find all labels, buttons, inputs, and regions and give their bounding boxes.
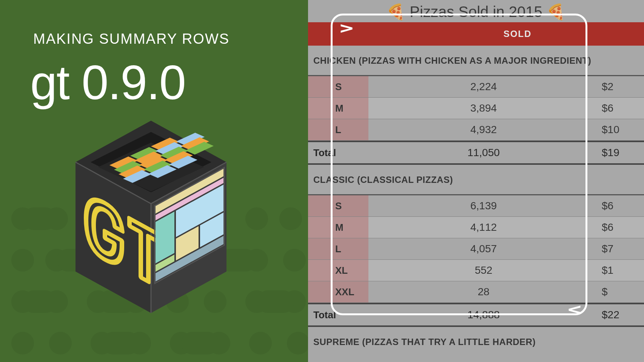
- sold-cell: 4,932: [368, 124, 599, 136]
- svg-point-32: [49, 332, 72, 354]
- size-cell: XL: [308, 260, 368, 281]
- size-cell: S: [308, 195, 368, 216]
- income-cell: $10: [599, 124, 644, 136]
- sold-cell: 4,112: [368, 221, 599, 233]
- table-row: S2,224$2: [308, 76, 644, 98]
- col-header-sold: SOLD: [308, 29, 644, 39]
- svg-point-9: [279, 207, 302, 230]
- size-cell: M: [308, 217, 368, 238]
- svg-point-31: [11, 332, 34, 354]
- sold-cell: 28: [368, 286, 599, 298]
- size-cell: L: [308, 238, 368, 259]
- group-label: CHICKEN (PIZZAS WITH CHICKEN AS A MAJOR …: [308, 46, 644, 76]
- table-row: M4,112$6: [308, 217, 644, 238]
- table-row: L4,057$7: [308, 238, 644, 260]
- total-row: Total11,050$19: [308, 141, 644, 165]
- table-row: M3,894$6: [308, 98, 644, 119]
- svg-rect-2: [23, 207, 57, 230]
- total-row: Total14,888$22: [308, 303, 644, 327]
- total-income: $22: [599, 309, 644, 321]
- svg-point-39: [249, 332, 272, 354]
- sold-cell: 3,894: [368, 102, 599, 114]
- table-row: S6,139$6: [308, 195, 644, 217]
- svg-point-40: [287, 332, 308, 354]
- sold-cell: 4,057: [368, 243, 599, 255]
- svg-point-10: [11, 249, 34, 272]
- table-row: L4,932$10: [308, 119, 644, 141]
- size-cell: L: [308, 119, 368, 140]
- total-label: Total: [308, 309, 368, 321]
- table-header: SOLD: [308, 22, 644, 46]
- size-cell: S: [308, 76, 368, 97]
- sold-cell: 552: [368, 264, 599, 276]
- income-cell: $6: [599, 102, 644, 114]
- gt-cube-icon: [68, 117, 234, 324]
- frame-mark-top: >: [340, 20, 353, 36]
- total-sold: 14,888: [368, 309, 599, 321]
- svg-point-19: [283, 249, 306, 272]
- group-label: CLASSIC (CLASSICAL PIZZAS): [308, 165, 644, 195]
- svg-rect-30: [257, 290, 294, 313]
- total-label: Total: [308, 147, 368, 159]
- total-sold: 11,050: [368, 147, 599, 159]
- svg-rect-22: [23, 290, 57, 313]
- table-row: XL552$1: [308, 260, 644, 281]
- group-label: SUPREME (PIZZAS THAT TRY A LITTLE HARDER…: [308, 327, 644, 356]
- svg-point-8: [245, 207, 268, 230]
- size-cell: XXL: [308, 281, 368, 302]
- promo-panel: MAKING SUMMARY ROWS gt 0.9.0: [0, 0, 308, 362]
- income-cell: $7: [599, 243, 644, 255]
- size-cell: M: [308, 98, 368, 119]
- income-cell: $2: [599, 81, 644, 93]
- income-cell: $6: [599, 200, 644, 212]
- sold-cell: 2,224: [368, 81, 599, 93]
- svg-rect-38: [181, 332, 219, 354]
- income-cell: $: [599, 286, 644, 298]
- income-cell: $6: [599, 221, 644, 233]
- promo-title: gt 0.9.0: [30, 55, 185, 110]
- frame-mark-bottom: <: [568, 301, 581, 317]
- table-row: XXL28$: [308, 281, 644, 303]
- svg-rect-35: [102, 332, 140, 354]
- total-income: $19: [599, 147, 644, 159]
- income-cell: $1: [599, 264, 644, 276]
- sold-cell: 6,139: [368, 200, 599, 212]
- promo-subtitle: MAKING SUMMARY ROWS: [33, 31, 230, 47]
- table-title: 🍕 Pizzas Sold in 2015 🍕: [308, 0, 644, 22]
- table-panel: 🍕 Pizzas Sold in 2015 🍕 SOLD CHICKEN (PI…: [308, 0, 644, 362]
